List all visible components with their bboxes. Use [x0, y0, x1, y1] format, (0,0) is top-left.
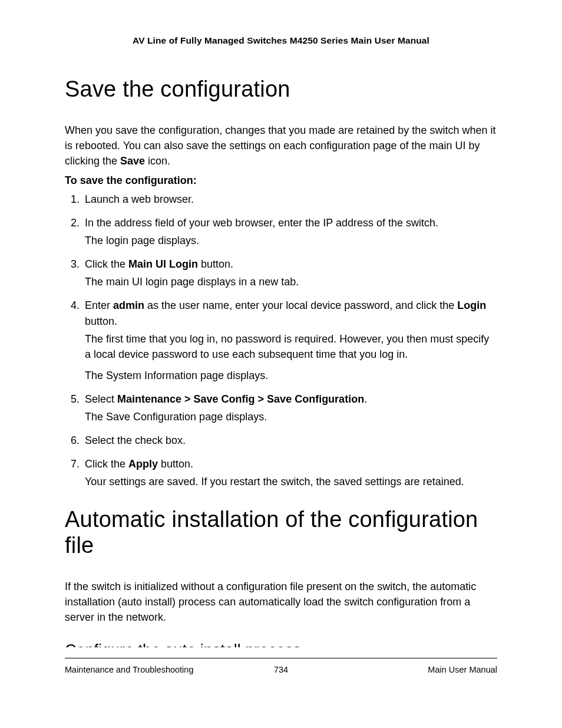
footer-right: Main User Manual — [365, 664, 497, 676]
apply-label: Apply — [128, 458, 158, 470]
step-text: button. — [85, 315, 117, 327]
section1-intro: When you save the configuration, changes… — [65, 123, 497, 169]
document-header: AV Line of Fully Managed Switches M4250 … — [65, 35, 497, 46]
footer-left: Maintenance and Troubleshooting — [65, 664, 197, 676]
text: icon. — [145, 155, 170, 167]
step-text: Click the — [85, 258, 128, 270]
step-text: Launch a web browser. — [85, 193, 194, 205]
step-text: button. — [158, 458, 193, 470]
step-sub: The login page displays. — [85, 233, 497, 248]
step-text: Click the — [85, 458, 128, 470]
step-text: Select — [85, 393, 117, 405]
step-text: In the address field of your web browser… — [85, 217, 438, 229]
step-sub: The first time that you log in, no passw… — [85, 331, 497, 362]
step-text: as the user name, enter your local devic… — [144, 299, 457, 311]
step-3: Click the Main UI Login button. The main… — [82, 256, 497, 289]
step-sub: Your settings are saved. If you restart … — [85, 474, 497, 489]
footer-rule — [65, 658, 497, 658]
main-ui-login-label: Main UI Login — [128, 258, 198, 270]
step-6: Select the check box. — [82, 433, 497, 448]
step-text: Select the check box. — [85, 434, 186, 446]
save-icon-label: Save — [120, 155, 145, 167]
page-footer: Maintenance and Troubleshooting 734 Main… — [65, 664, 497, 676]
section2-intro: If the switch is initialized without a c… — [65, 579, 497, 625]
menu-path-label: Maintenance > Save Config > Save Configu… — [117, 393, 364, 405]
footer-page-number: 734 — [197, 664, 365, 676]
section-title-save-config: Save the configuration — [65, 77, 497, 103]
step-sub: The main UI login page displays in a new… — [85, 274, 497, 289]
step-2: In the address field of your web browser… — [82, 215, 497, 248]
login-label: Login — [457, 299, 486, 311]
step-4: Enter admin as the user name, enter your… — [82, 298, 497, 383]
steps-heading: To save the configuration: — [65, 174, 497, 187]
page: AV Line of Fully Managed Switches M4250 … — [0, 0, 562, 728]
step-text: . — [364, 393, 367, 405]
admin-label: admin — [113, 299, 144, 311]
step-7: Click the Apply button. Your settings ar… — [82, 456, 497, 489]
step-sub: The System Information page displays. — [85, 368, 497, 383]
section-title-auto-install: Automatic installation of the configurat… — [65, 507, 497, 558]
step-sub: The Save Configuration page displays. — [85, 409, 497, 424]
subsection-title-configure-auto-install: Configure the auto install process — [65, 641, 497, 647]
content-area: AV Line of Fully Managed Switches M4250 … — [65, 35, 497, 647]
step-text: button. — [198, 258, 233, 270]
step-5: Select Maintenance > Save Config > Save … — [82, 391, 497, 424]
step-text: Enter — [85, 299, 113, 311]
steps-list: Launch a web browser. In the address fie… — [65, 192, 497, 489]
step-1: Launch a web browser. — [82, 192, 497, 207]
